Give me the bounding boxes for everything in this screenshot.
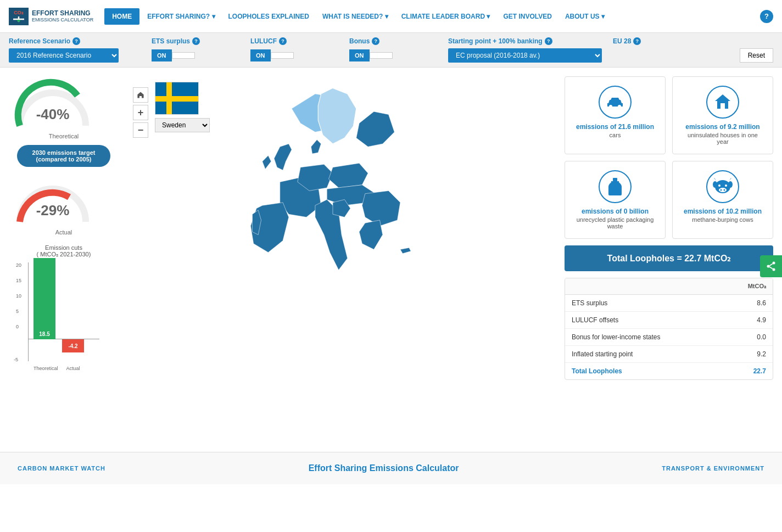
- theoretical-label: Theoretical: [9, 133, 119, 139]
- ets-toggle: ON: [152, 49, 228, 61]
- svg-point-16: [724, 189, 725, 191]
- map-zoom-out-button[interactable]: −: [133, 122, 148, 138]
- target-badge: 2030 emissions target (compared to 2005): [17, 145, 110, 167]
- footer-right: TRANSPORT & ENVIRONMENT: [662, 465, 764, 472]
- bonus-toggle: ON: [349, 49, 426, 61]
- country-select-box: Sweden: [155, 82, 210, 132]
- logo-title: EFFORT SHARING: [32, 10, 93, 17]
- map-controls: + −: [133, 87, 148, 138]
- loopholes-icons-grid: emissions of 21.6 million cars emissions…: [565, 76, 773, 239]
- bar-x-theoretical: Theoretical: [33, 366, 55, 371]
- ref-scenario-select[interactable]: 2016 Reference Scenario: [9, 48, 119, 63]
- footer-left: CARBON MARKET WATCH: [18, 465, 105, 472]
- svg-point-11: [728, 181, 733, 188]
- target-line1: 2030 emissions target: [25, 149, 103, 156]
- table-row: ETS surplus 8.6: [565, 295, 773, 312]
- nav-loopholes[interactable]: LOOPHOLES EXPLAINED: [223, 8, 315, 25]
- map-home-button[interactable]: [133, 87, 148, 103]
- theoretical-gauge: -40% Theoretical: [9, 76, 119, 139]
- cow-value: emissions of 10.2 million: [682, 208, 764, 215]
- nav-needed[interactable]: WHAT IS NEEDED? ▾: [317, 8, 394, 25]
- house-label: uninsulated houses in one year: [682, 132, 764, 145]
- lulucf-toggle: ON: [250, 49, 327, 61]
- total-loopholes-text: Total Loopholes = 22.7 MtCO₂: [607, 254, 731, 263]
- ets-off-button[interactable]: [172, 52, 195, 59]
- nav-get-involved[interactable]: GET INVOLVED: [498, 8, 557, 25]
- bar-actual-value: -4.2: [68, 343, 77, 349]
- logo-area: CO₂ EFFORT SHARING EMISSIONS CALCULATOR: [9, 8, 93, 25]
- navbar: CO₂ EFFORT SHARING EMISSIONS CALCULATOR …: [0, 0, 782, 33]
- bottle-loophole-card: emissions of 0 billion unrecycled plasti…: [565, 161, 666, 239]
- svg-point-19: [773, 268, 775, 271]
- svg-text:-29%: -29%: [36, 202, 70, 219]
- ref-label: Reference Scenario ?: [9, 37, 130, 45]
- svg-point-12: [718, 184, 720, 187]
- car-value: emissions of 21.6 million: [574, 123, 656, 131]
- lulucf-off-button[interactable]: [271, 52, 294, 59]
- home-button[interactable]: HOME: [104, 8, 139, 25]
- footer-center: Effort Sharing Emissions Calculator: [309, 463, 459, 473]
- ref-help-icon[interactable]: ?: [72, 37, 80, 45]
- cow-label: methane-burping cows: [682, 216, 764, 223]
- table-header-mtco2: MtCO₂: [724, 278, 773, 295]
- map-zoom-in-button[interactable]: +: [133, 105, 148, 120]
- svg-text:-40%: -40%: [36, 106, 70, 122]
- controls-bar: Reference Scenario ? ETS surplus ? LULUC…: [0, 33, 782, 68]
- svg-point-13: [725, 184, 727, 187]
- row-lulucf-value: 4.9: [724, 312, 773, 329]
- nav-climate-board[interactable]: CLIMATE LEADER BOARD ▾: [396, 8, 496, 25]
- starting-select[interactable]: EC proposal (2016-2018 av.): [448, 48, 602, 63]
- table-row: Inflated starting point 9.2: [565, 346, 773, 363]
- ets-on-button[interactable]: ON: [152, 49, 172, 61]
- lulucf-label: LULUCF ?: [250, 37, 327, 45]
- bar-chart-section: Emission cuts ( MtCO₂ 2021-2030) 20 15 1…: [9, 244, 119, 372]
- bonus-label: Bonus ?: [349, 37, 426, 45]
- nav-about[interactable]: ABOUT US ▾: [560, 8, 610, 25]
- cow-icon-circle: [706, 170, 739, 203]
- cow-loophole-card: emissions of 10.2 million methane-burpin…: [672, 161, 773, 239]
- row-lulucf-label: LULUCF offsets: [565, 312, 724, 329]
- share-button[interactable]: [760, 255, 782, 277]
- eu28-help-icon[interactable]: ?: [633, 37, 641, 45]
- footer: CARBON MARKET WATCH Effort Sharing Emiss…: [0, 452, 782, 484]
- svg-rect-7: [720, 103, 725, 109]
- nav-items: HOME EFFORT SHARING? ▾ LOOPHOLES EXPLAIN…: [104, 8, 760, 25]
- lulucf-on-button[interactable]: ON: [250, 49, 271, 61]
- nav-effort-sharing[interactable]: EFFORT SHARING? ▾: [142, 8, 220, 25]
- starting-help-icon[interactable]: ?: [545, 37, 552, 45]
- total-loopholes-banner: Total Loopholes = 22.7 MtCO₂: [565, 245, 773, 271]
- svg-line-20: [769, 264, 772, 266]
- bar-chart-title: Emission cuts ( MtCO₂ 2021-2030): [9, 244, 119, 258]
- table-total-row: Total Loopholes 22.7: [565, 363, 773, 380]
- house-value: emissions of 9.2 million: [682, 123, 764, 131]
- lulucf-help-icon[interactable]: ?: [279, 37, 287, 45]
- total-label: Total Loopholes: [565, 363, 724, 380]
- country-select[interactable]: Sweden: [155, 118, 210, 132]
- reset-button[interactable]: Reset: [740, 48, 773, 63]
- row-bonus-label: Bonus for lower-income states: [565, 329, 724, 346]
- svg-point-17: [773, 261, 775, 264]
- theoretical-gauge-svg: -40%: [9, 76, 97, 131]
- logo-subtitle: EMISSIONS CALCULATOR: [32, 17, 93, 23]
- actual-label: Actual: [9, 229, 119, 236]
- car-label: cars: [574, 132, 656, 138]
- house-icon-circle: [706, 86, 739, 119]
- svg-point-10: [713, 181, 717, 188]
- target-line2: (compared to 2005): [25, 156, 103, 163]
- row-bonus-value: 0.0: [724, 329, 773, 346]
- bar-theoretical-value: 18.5: [39, 331, 49, 337]
- ets-help-icon[interactable]: ?: [192, 37, 200, 45]
- house-loophole-card: emissions of 9.2 million uninsulated hou…: [672, 76, 773, 154]
- bonus-off-button[interactable]: [370, 52, 393, 59]
- svg-point-15: [720, 189, 722, 191]
- loopholes-table: MtCO₂ ETS surplus 8.6 LULUCF offsets 4.9…: [565, 278, 773, 380]
- right-panel: emissions of 21.6 million cars emissions…: [565, 76, 773, 443]
- svg-line-21: [769, 267, 772, 269]
- bonus-on-button[interactable]: ON: [349, 49, 370, 61]
- svg-point-14: [719, 188, 727, 192]
- help-icon[interactable]: ?: [760, 10, 773, 23]
- table-row: Bonus for lower-income states 0.0: [565, 329, 773, 346]
- row-ets-label: ETS surplus: [565, 295, 724, 312]
- bonus-help-icon[interactable]: ?: [372, 37, 379, 45]
- svg-point-4: [609, 105, 612, 108]
